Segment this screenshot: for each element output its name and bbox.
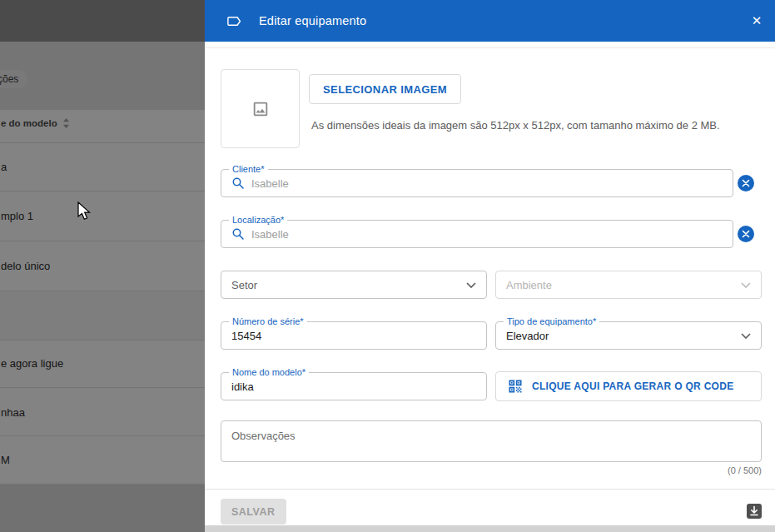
tipo-equipamento-select[interactable]: Tipo de equipamento* Elevador: [495, 321, 762, 350]
setor-label: Setor: [231, 279, 257, 291]
observacoes-label: Observações: [231, 430, 296, 442]
clear-icon: [742, 230, 750, 238]
chevron-down-icon: [466, 282, 476, 288]
tipo-equipamento-value: Elevador: [506, 330, 549, 342]
nome-modelo-value: idika: [231, 380, 254, 393]
image-icon: [251, 100, 270, 118]
bottom-strip: [205, 525, 775, 532]
char-counter: (0 / 500): [221, 465, 762, 475]
screen: ções e do modelo a mplo 1 delo único e a…: [0, 0, 775, 532]
chevron-down-icon: [741, 282, 751, 288]
divider: [205, 47, 775, 48]
nome-modelo-field[interactable]: Nome do modelo* idika: [221, 372, 487, 400]
clear-icon: [742, 179, 750, 187]
download-box-icon: [747, 504, 762, 519]
label-icon: [226, 13, 242, 29]
qr-button-label: CLIQUE AQUI PARA GERAR O QR CODE: [532, 380, 734, 392]
localizacao-label: Localização*: [229, 215, 287, 226]
select-image-button[interactable]: SELECIONAR IMAGEM: [309, 74, 461, 104]
numero-serie-value: 15454: [231, 330, 261, 342]
ambiente-label: Ambiente: [506, 279, 552, 291]
divider: [205, 489, 775, 490]
image-helper-text: As dimensões ideais da imagem são 512px …: [311, 119, 720, 132]
cliente-clear-button[interactable]: [738, 175, 754, 191]
dialog-header: Editar equipamento ✕: [205, 0, 775, 42]
localizacao-value: Isabelle: [251, 228, 289, 241]
qr-code-icon: [507, 378, 524, 395]
localizacao-clear-button[interactable]: [738, 226, 754, 242]
cliente-label: Cliente*: [229, 164, 268, 175]
export-download-button[interactable]: [747, 504, 762, 521]
nome-modelo-label: Nome do modelo*: [229, 367, 309, 378]
save-button[interactable]: SALVAR: [221, 499, 286, 525]
search-icon: [231, 177, 245, 190]
search-icon: [231, 227, 245, 241]
setor-select[interactable]: Setor: [221, 271, 487, 299]
observacoes-textarea[interactable]: Observações: [221, 420, 762, 462]
tipo-equipamento-label: Tipo de equipamento*: [504, 316, 599, 327]
chevron-down-icon: [741, 333, 751, 339]
numero-serie-field[interactable]: Número de série* 15454: [221, 321, 487, 350]
edit-equipment-dialog: Editar equipamento ✕ SELECIONAR IMAGEM A…: [205, 0, 775, 532]
cliente-value: Isabelle: [251, 177, 289, 190]
image-placeholder: [221, 69, 300, 148]
ambiente-select[interactable]: Ambiente: [495, 271, 762, 299]
dialog-title: Editar equipamento: [259, 14, 366, 27]
mouse-cursor: [77, 201, 93, 223]
cliente-field[interactable]: Cliente* Isabelle: [221, 169, 733, 197]
localizacao-field[interactable]: Localização* Isabelle: [221, 220, 733, 248]
close-button[interactable]: ✕: [747, 11, 767, 31]
generate-qr-code-button[interactable]: CLIQUE AQUI PARA GERAR O QR CODE: [495, 371, 762, 401]
numero-serie-label: Número de série*: [229, 316, 307, 327]
